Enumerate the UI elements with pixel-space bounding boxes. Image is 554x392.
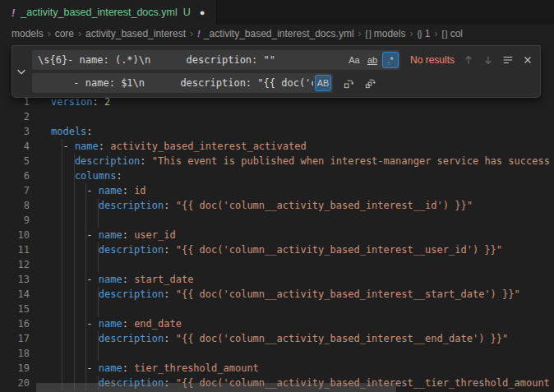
indent-guide	[51, 272, 62, 287]
breadcrumb-separator: ›	[358, 28, 362, 39]
line-number: 13	[0, 272, 30, 287]
indent-guide	[51, 361, 62, 376]
breadcrumb-item--activity-based-interest-docs-yml[interactable]: !_activity_based_interest_docs.yml	[197, 28, 353, 39]
breadcrumb-separator: ›	[409, 28, 413, 39]
code-text	[51, 346, 99, 361]
code-line[interactable]: 13 - name: start_date	[0, 272, 554, 287]
code-line[interactable]: 14 description: "{{ doc('column__activit…	[0, 287, 554, 302]
horizontal-scrollbar-thumb[interactable]	[36, 383, 396, 392]
indent-guide	[75, 287, 86, 302]
yaml-file-icon: !	[197, 29, 201, 39]
indent-guide	[62, 213, 74, 228]
code-line[interactable]: 9	[0, 213, 554, 228]
tab-active-file[interactable]: ! _activity_based_interest_docs.yml U ●	[0, 0, 217, 25]
line-number: 5	[0, 154, 30, 168]
code-line[interactable]: 19 - name: tier_threshold_amount	[0, 361, 554, 376]
indent-guide	[51, 287, 62, 302]
close-find-widget-icon[interactable]	[519, 51, 537, 69]
next-match-button[interactable]	[479, 51, 497, 69]
find-in-selection-icon[interactable]	[499, 51, 517, 69]
indent-guide	[75, 257, 86, 272]
line-number: 8	[0, 198, 30, 213]
find-results-status: No results	[410, 50, 455, 70]
line-number: 12	[0, 257, 30, 272]
line-number: 7	[0, 183, 30, 198]
line-number: 16	[0, 316, 30, 331]
breadcrumb-label: core	[55, 28, 74, 39]
code-line[interactable]: 7 - name: id	[0, 183, 554, 198]
breadcrumb-item-col[interactable]: [ ]col	[441, 28, 463, 39]
breadcrumb-item-models[interactable]: models	[12, 28, 44, 39]
indent-guide	[86, 242, 98, 257]
match-case-toggle[interactable]: Aa	[346, 52, 362, 68]
git-status-badge: U	[183, 7, 191, 18]
code-line[interactable]: 15	[0, 302, 554, 316]
indent-guide	[86, 257, 98, 272]
code-line[interactable]: 8 description: "{{ doc('column__activity…	[0, 198, 554, 213]
indent-guide	[62, 257, 74, 272]
code-line[interactable]: 10 - name: user_id	[0, 228, 554, 242]
indent-guide	[62, 287, 74, 302]
line-number: 9	[0, 213, 30, 228]
find-replace-widget: Aa ab .* No results AB	[12, 45, 541, 98]
indent-guide	[75, 183, 86, 198]
code-line[interactable]: 5 description: "This event is published …	[0, 154, 554, 168]
code-line[interactable]: 12	[0, 257, 554, 272]
indent-guide	[86, 287, 98, 302]
code-line[interactable]: 17 description: "{{ doc('column__activit…	[0, 331, 554, 346]
code-text: description: "{{ doc('column__activity_b…	[51, 331, 508, 346]
code-line[interactable]: 6 columns:	[0, 168, 554, 183]
line-number: 18	[0, 346, 30, 361]
code-text: description: "{{ doc('column__activity_b…	[51, 287, 520, 302]
indent-guide	[51, 302, 62, 316]
line-number: 19	[0, 361, 30, 376]
indent-guide	[62, 228, 74, 242]
code-line[interactable]: 16 - name: end_date	[0, 316, 554, 331]
whole-word-toggle[interactable]: ab	[364, 52, 381, 68]
code-text: - name: user_id	[51, 228, 176, 242]
line-number: 15	[0, 302, 30, 316]
indent-guide	[51, 346, 62, 361]
indent-guide	[75, 302, 86, 316]
breadcrumb-separator: ›	[190, 28, 193, 39]
find-options: Aa ab .*	[344, 52, 400, 68]
code-lines: 1version: 223models:4 - name: activity_b…	[0, 95, 554, 390]
code-text: description: "{{ doc('column__activity_b…	[51, 242, 502, 257]
indent-guide	[62, 198, 74, 213]
indent-guide	[75, 316, 86, 331]
indent-guide	[51, 183, 62, 198]
code-line[interactable]: 11 description: "{{ doc('column__activit…	[0, 242, 554, 257]
breadcrumb-item-models[interactable]: [ ]models	[366, 28, 406, 39]
line-number: 10	[0, 228, 30, 242]
toggle-replace-chevron-icon[interactable]	[12, 46, 30, 97]
line-number: 11	[0, 242, 30, 257]
indent-guide	[62, 154, 74, 168]
breadcrumb-item-core[interactable]: core	[55, 28, 74, 39]
code-line[interactable]: 4 - name: activity_based_interest_activa…	[0, 139, 554, 154]
breadcrumb-label: _activity_based_interest_docs.yml	[204, 28, 354, 39]
replace-one-icon[interactable]	[339, 74, 358, 92]
breadcrumb-item-1[interactable]: {}1	[417, 28, 430, 39]
indent-guide	[86, 213, 98, 228]
replace-input[interactable]	[32, 73, 313, 93]
breadcrumb-label: models	[374, 28, 406, 39]
line-number: 2	[0, 109, 30, 124]
indent-guide	[75, 346, 86, 361]
code-line[interactable]: 18	[0, 346, 554, 361]
code-text: - name: activity_based_interest_activate…	[51, 139, 307, 154]
indent-guide	[75, 272, 86, 287]
previous-match-button[interactable]	[459, 51, 478, 69]
breadcrumb-label: col	[450, 28, 463, 39]
find-input[interactable]	[32, 50, 344, 70]
breadcrumb: models›core›activity_based_interest›!_ac…	[0, 25, 554, 43]
dirty-indicator-dot[interactable]: ●	[200, 7, 205, 17]
code-line[interactable]: 3models:	[0, 124, 554, 139]
code-text: models:	[51, 124, 93, 139]
code-line[interactable]: 2	[0, 109, 554, 124]
regex-toggle[interactable]: .*	[382, 52, 399, 68]
line-number: 3	[0, 124, 30, 139]
preserve-case-toggle[interactable]: AB	[315, 75, 331, 91]
yaml-file-icon: !	[12, 7, 15, 19]
breadcrumb-item-activity-based-interest[interactable]: activity_based_interest	[85, 28, 186, 39]
replace-all-icon[interactable]	[361, 74, 379, 92]
